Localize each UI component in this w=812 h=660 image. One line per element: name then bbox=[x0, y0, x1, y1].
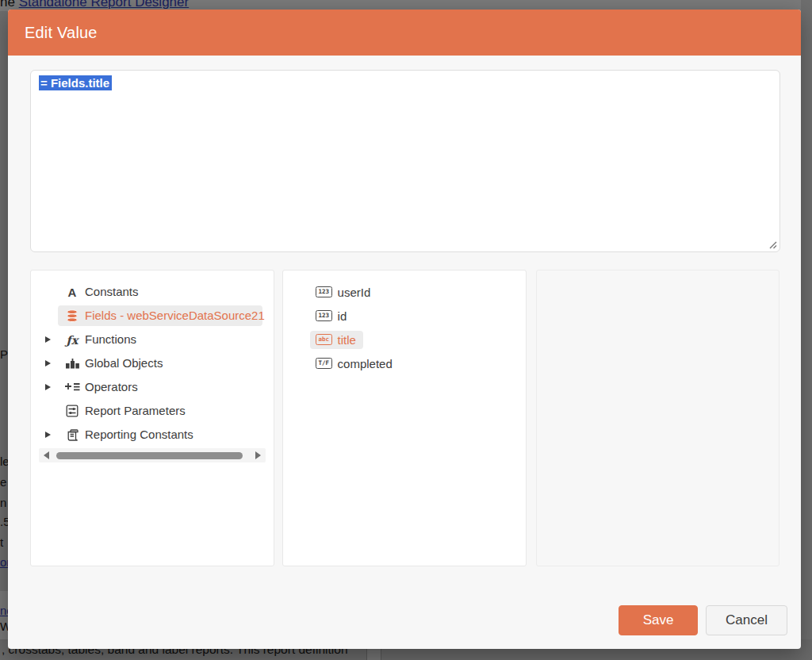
letter-a-icon: A bbox=[63, 280, 82, 304]
save-button[interactable]: Save bbox=[619, 605, 698, 635]
field-list-panel: 123userId123idabctitleT/Fcompleted bbox=[282, 270, 527, 566]
resize-grip-icon[interactable] bbox=[768, 240, 777, 249]
expression-editor[interactable]: = Fields.title bbox=[30, 70, 780, 252]
field-item-userid[interactable]: 123userId bbox=[283, 280, 526, 304]
horizontal-scrollbar[interactable] bbox=[39, 448, 266, 462]
scroll-left-icon[interactable] bbox=[44, 451, 49, 459]
edit-value-dialog: Edit Value = Fields.title AConstantsFiel… bbox=[8, 10, 801, 649]
sitemap-icon bbox=[63, 351, 82, 375]
field-item-completed[interactable]: T/Fcompleted bbox=[283, 351, 526, 375]
field-type-123-icon: 123 bbox=[316, 286, 332, 297]
field-type-abc-icon: abc bbox=[316, 334, 332, 345]
category-tree: AConstantsFields - webServiceDataSource2… bbox=[31, 271, 274, 447]
field-item-id[interactable]: 123id bbox=[283, 304, 526, 328]
field-item-content: abctitle bbox=[310, 331, 363, 349]
field-item-content: 123id bbox=[310, 307, 354, 325]
dialog-title: Edit Value bbox=[25, 24, 98, 42]
expand-arrow-icon[interactable] bbox=[45, 336, 51, 343]
cancel-button[interactable]: Cancel bbox=[706, 605, 787, 635]
tree-item-report-parameters[interactable]: Report Parameters bbox=[31, 399, 274, 423]
tree-item-functions[interactable]: ƒxFunctions bbox=[31, 328, 274, 351]
field-type-t-f-icon: T/F bbox=[316, 358, 332, 369]
tree-item-operators[interactable]: Operators bbox=[31, 375, 274, 399]
expand-arrow-icon[interactable] bbox=[45, 432, 51, 438]
field-item-title[interactable]: abctitle bbox=[283, 328, 526, 351]
database-icon bbox=[63, 304, 82, 328]
expand-arrow-icon[interactable] bbox=[45, 384, 51, 390]
scroll-icon bbox=[63, 423, 82, 447]
tree-item-fields-webservicedatasource21[interactable]: Fields - webServiceDataSource21 bbox=[31, 304, 274, 328]
detail-panel bbox=[536, 270, 779, 566]
tree-item-reporting-constants[interactable]: Reporting Constants bbox=[31, 423, 274, 447]
tree-item-global-objects[interactable]: Global Objects bbox=[31, 351, 274, 375]
category-tree-panel: AConstantsFields - webServiceDataSource2… bbox=[30, 270, 274, 566]
expression-selected-text: = Fields.title bbox=[39, 75, 112, 90]
expand-arrow-icon[interactable] bbox=[45, 360, 51, 366]
field-item-content: T/Fcompleted bbox=[310, 355, 400, 373]
field-list: 123userId123idabctitleT/Fcompleted bbox=[283, 271, 526, 375]
operators-icon bbox=[63, 375, 82, 399]
scrollbar-thumb[interactable] bbox=[56, 452, 243, 459]
screen: ne Standalone Report Designer Paleen.5to… bbox=[0, 0, 812, 660]
fx-icon: ƒx bbox=[63, 328, 82, 351]
field-item-content: 123userId bbox=[310, 283, 377, 301]
field-type-123-icon: 123 bbox=[316, 310, 332, 321]
tree-item-constants[interactable]: AConstants bbox=[31, 280, 274, 304]
parameters-icon bbox=[63, 399, 82, 423]
scroll-right-icon[interactable] bbox=[255, 451, 261, 459]
dialog-header: Edit Value bbox=[8, 10, 801, 56]
